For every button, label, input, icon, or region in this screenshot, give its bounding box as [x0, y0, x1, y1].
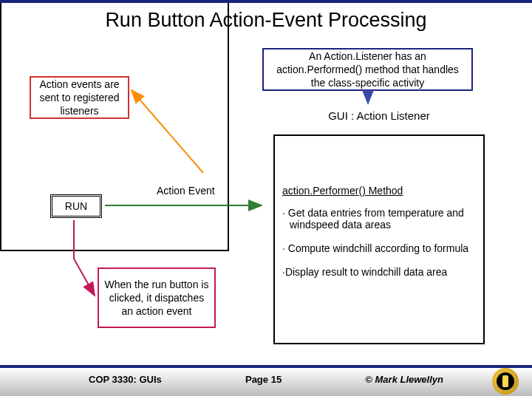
dispatch-box: When the run button is clicked, it dispa… [98, 267, 216, 328]
top-rule [0, 0, 532, 3]
listener-desc-text: An Action.Listener has an action.Perform… [268, 50, 467, 90]
dispatch-text: When the run button is clicked, it dispa… [103, 278, 210, 318]
method-name: action.Performer() Method [282, 185, 476, 197]
arrow-magenta [74, 259, 95, 296]
gui-title: GUI : Action Listener [265, 109, 494, 122]
gui-outer-box [0, 0, 229, 251]
gui-inner-box: action.Performer() Method · Get data ent… [273, 134, 485, 344]
method-bullets: · Get data entries from temperature and … [282, 207, 476, 278]
bullet-item: · Get data entries from temperature and … [282, 207, 476, 231]
bullet-item: · Compute windchill according to formula [282, 242, 476, 254]
bullet-item: ·Display result to windchill data area [282, 266, 476, 278]
run-label: RUN [65, 200, 87, 213]
footer-text: COP 3330: GUIs Page 15 © Mark Llewellyn [0, 374, 532, 385]
run-button-box: RUN [50, 194, 102, 218]
listener-desc-box: An Action.Listener has an action.Perform… [262, 48, 473, 91]
action-event-label: Action Event [157, 185, 215, 197]
events-sent-box: Action events are sent to registered lis… [30, 76, 129, 119]
footer-page: Page 15 [245, 374, 282, 385]
ucf-logo-icon [492, 368, 519, 395]
events-sent-text: Action events are sent to registered lis… [35, 78, 123, 118]
footer-course: COP 3330: GUIs [89, 374, 162, 385]
footer-copy: © Mark Llewellyn [365, 374, 443, 385]
slide-title: Run Button Action-Event Processing [0, 9, 532, 32]
